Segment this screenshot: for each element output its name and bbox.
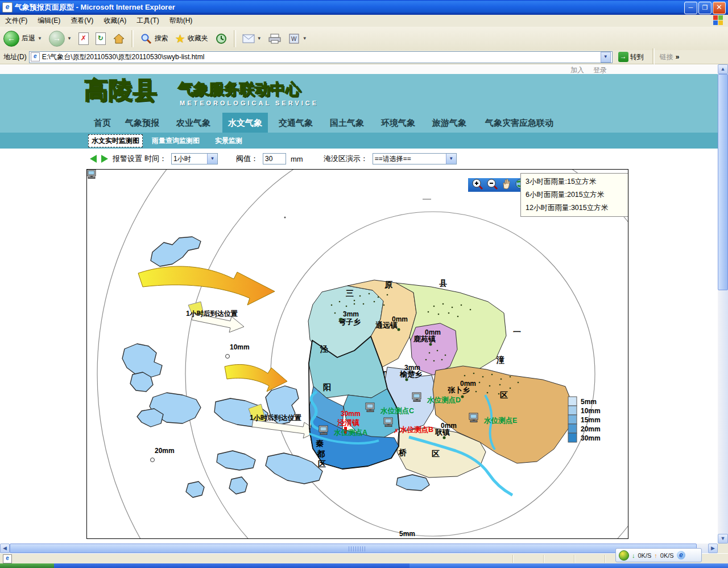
forward-button[interactable]: → ▼ xyxy=(46,30,75,48)
upload-arrow-icon: ↑ xyxy=(654,552,657,559)
address-input[interactable]: e E:\气象台\原型20110530\原型20110530\swyb-list… xyxy=(29,51,613,63)
nav-land[interactable]: 国土气象 xyxy=(326,113,368,133)
go-button[interactable]: → 转到 xyxy=(615,51,647,63)
threshold-value: 30 xyxy=(265,155,272,163)
flood-select-dropdown-icon[interactable]: ▼ xyxy=(446,154,456,164)
vertical-scroll-thumb[interactable] xyxy=(718,74,728,290)
time-select[interactable]: 1小时 ▼ xyxy=(171,153,218,164)
favorites-button[interactable]: ★ 收藏夹 xyxy=(172,31,212,47)
menu-edit[interactable]: 编辑(E) xyxy=(32,16,65,26)
time-select-value: 1小时 xyxy=(173,154,191,164)
taskbar-button[interactable] xyxy=(410,563,728,568)
svg-text:一: 一 xyxy=(513,327,521,336)
back-dropdown-icon[interactable]: ▼ xyxy=(38,36,42,41)
refresh-button[interactable]: ↻ xyxy=(92,31,109,46)
status-divider xyxy=(543,555,544,563)
svg-text:秦: 秦 xyxy=(316,439,324,448)
svg-text:W: W xyxy=(291,36,297,42)
scroll-down-icon[interactable]: ▼ xyxy=(718,534,728,544)
status-page-icon: e xyxy=(3,554,12,563)
subnav-live-monitor[interactable]: 实景监测 xyxy=(215,136,242,146)
rain-3h: 3小时面雨量:15立方米 xyxy=(526,175,628,188)
print-icon xyxy=(268,32,281,45)
horizontal-scrollbar[interactable]: ◀ ▶ xyxy=(0,544,718,553)
logo-subtitle: METEOROLOGICAL SERVICE xyxy=(180,100,318,106)
svg-text:15mm: 15mm xyxy=(581,416,601,424)
print-button[interactable] xyxy=(265,31,284,46)
status-divider xyxy=(605,555,606,563)
close-button[interactable]: ✕ xyxy=(713,2,726,14)
menu-help[interactable]: 帮助(H) xyxy=(164,16,198,26)
map-canvas[interactable]: 1小时后到达位置 1小时后到达位置 10mm 20mm 5mm 20mm xyxy=(87,170,628,538)
mail-dropdown-icon[interactable]: ▼ xyxy=(257,36,262,41)
history-button[interactable] xyxy=(212,31,231,46)
threshold-label: 阀值： xyxy=(236,154,258,164)
search-button[interactable]: 搜索 xyxy=(136,31,172,46)
svg-text:30mm: 30mm xyxy=(581,434,601,442)
time-select-dropdown-icon[interactable]: ▼ xyxy=(207,154,217,164)
svg-text:20mm: 20mm xyxy=(581,425,601,433)
nav-disaster-emergency[interactable]: 气象灾害应急联动 xyxy=(479,113,559,133)
subnav-rain-query[interactable]: 雨量查询监测图 xyxy=(152,136,200,146)
svg-text:10mm: 10mm xyxy=(581,407,601,415)
addressbar-separator xyxy=(652,48,655,65)
back-button[interactable]: ← 后退 ▼ xyxy=(0,30,46,48)
next-arrow-icon[interactable] xyxy=(101,155,108,163)
zoom-in-icon[interactable] xyxy=(471,178,483,192)
address-dropdown-icon[interactable]: ▼ xyxy=(601,52,611,63)
horizontal-scroll-thumb[interactable] xyxy=(10,544,697,553)
svg-text:区: 区 xyxy=(318,459,326,468)
home-button[interactable] xyxy=(109,31,129,46)
subnav-realtime-monitor[interactable]: 水文实时监测图 xyxy=(88,134,143,147)
rain-6h: 6小时面雨量:2015立方米 xyxy=(526,188,628,201)
maximize-button[interactable]: ❐ xyxy=(698,2,712,14)
pan-hand-icon[interactable] xyxy=(501,178,511,192)
rain-volume-infobox: 3小时面雨量:15立方米 6小时面雨量:2015立方米 12小时面雨量:3015… xyxy=(520,173,628,217)
ie-tray-icon: e xyxy=(677,551,685,559)
scroll-left-icon[interactable]: ◀ xyxy=(0,544,10,553)
nav-tourism[interactable]: 旅游气象 xyxy=(428,113,470,133)
nav-hydrology[interactable]: 水文气象 xyxy=(222,113,268,133)
forward-dropdown-icon[interactable]: ▼ xyxy=(67,36,72,41)
hydrology-map[interactable]: 3小时面雨量:15立方米 6小时面雨量:2015立方米 12小时面雨量:3015… xyxy=(86,169,628,539)
edit-icon: W xyxy=(288,32,300,45)
edit-dropdown-icon[interactable]: ▼ xyxy=(303,36,307,41)
nav-weather-forecast[interactable]: 气象预报 xyxy=(121,113,163,133)
prev-arrow-icon[interactable] xyxy=(90,155,97,163)
menu-favorites[interactable]: 收藏(A) xyxy=(98,16,131,26)
threshold-input[interactable]: 30 xyxy=(263,153,286,164)
nav-environment[interactable]: 环境气象 xyxy=(377,113,419,133)
zoom-out-icon[interactable] xyxy=(486,178,498,192)
nav-home[interactable]: 首页 xyxy=(90,113,115,133)
minimize-button[interactable]: ─ xyxy=(684,2,697,14)
nav-agriculture[interactable]: 农业气象 xyxy=(172,113,214,133)
forward-icon: → xyxy=(49,31,65,47)
links-chevron-icon[interactable]: » xyxy=(676,53,680,61)
net-speed-widget[interactable]: ↓ 0K/S ↑ 0K/S e xyxy=(615,548,702,562)
go-arrow-icon: → xyxy=(618,52,628,62)
rain-wanzi: 3mm xyxy=(343,310,359,318)
windows-logo-icon xyxy=(713,15,723,26)
menu-view[interactable]: 查看(V) xyxy=(65,16,98,26)
back-icon: ← xyxy=(3,31,19,47)
name-gengzhen: 耿镇 xyxy=(435,428,450,437)
start-button-stub[interactable] xyxy=(0,563,54,568)
stop-button[interactable]: ✗ xyxy=(75,31,92,46)
rain-mark-5mm: 5mm xyxy=(399,530,415,538)
download-arrow-icon: ↓ xyxy=(632,552,635,559)
vertical-scrollbar[interactable]: ▲ ▼ xyxy=(718,64,728,544)
mail-button[interactable]: ▼ xyxy=(239,31,265,46)
site-logo: 高陵县 气象服务联动中心 METEOROLOGICAL SERVICE xyxy=(84,77,357,112)
nav-traffic[interactable]: 交通气象 xyxy=(275,113,317,133)
flood-select[interactable]: ==请选择== ▼ xyxy=(373,153,457,164)
scroll-up-icon[interactable]: ▲ xyxy=(718,64,728,74)
menu-tools[interactable]: 工具(T) xyxy=(131,16,164,26)
edit-button[interactable]: W ▼ xyxy=(284,31,311,46)
address-label: 地址(D) xyxy=(3,52,27,62)
unit-label: mm xyxy=(291,155,303,163)
links-label[interactable]: 链接 xyxy=(660,52,673,62)
scroll-right-icon[interactable]: ▶ xyxy=(708,544,718,553)
alert-value: 30mm xyxy=(341,410,361,418)
menu-file[interactable]: 文件(F) xyxy=(0,16,32,26)
svg-text:潼: 潼 xyxy=(496,355,504,364)
